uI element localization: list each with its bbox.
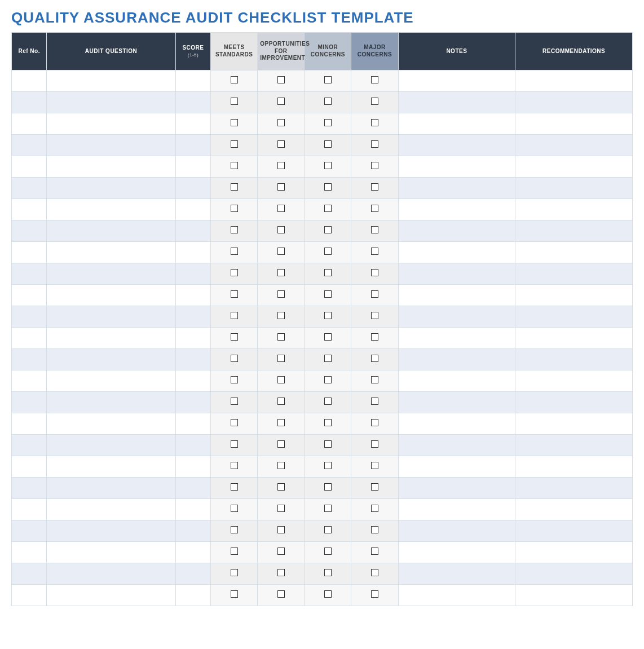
cell-score[interactable] bbox=[175, 306, 210, 327]
checkbox-icon[interactable] bbox=[277, 398, 285, 405]
checkbox-icon[interactable] bbox=[371, 526, 378, 533]
checkbox-icon[interactable] bbox=[231, 183, 238, 191]
cell-question[interactable] bbox=[47, 70, 176, 91]
checkbox-icon[interactable] bbox=[231, 269, 238, 276]
checkbox-icon[interactable] bbox=[324, 119, 332, 126]
cell-score[interactable] bbox=[175, 413, 210, 434]
cell-question[interactable] bbox=[47, 477, 176, 498]
checkbox-icon[interactable] bbox=[277, 440, 285, 448]
cell-score[interactable] bbox=[175, 70, 210, 91]
cell-notes[interactable] bbox=[398, 306, 515, 327]
cell-question[interactable] bbox=[47, 348, 176, 370]
cell-question[interactable] bbox=[47, 91, 176, 113]
cell-ref[interactable] bbox=[12, 156, 47, 177]
cell-notes[interactable] bbox=[398, 134, 515, 156]
checkbox-icon[interactable] bbox=[324, 312, 332, 319]
checkbox-icon[interactable] bbox=[231, 205, 238, 212]
checkbox-icon[interactable] bbox=[277, 290, 285, 298]
cell-ref[interactable] bbox=[12, 584, 47, 606]
checkbox-icon[interactable] bbox=[277, 569, 285, 576]
checkbox-icon[interactable] bbox=[231, 226, 238, 233]
cell-score[interactable] bbox=[175, 241, 210, 263]
cell-ref[interactable] bbox=[12, 413, 47, 434]
checkbox-icon[interactable] bbox=[371, 440, 378, 448]
cell-recommendations[interactable] bbox=[515, 113, 633, 134]
cell-score[interactable] bbox=[175, 391, 210, 413]
checkbox-icon[interactable] bbox=[231, 590, 238, 598]
cell-recommendations[interactable] bbox=[515, 263, 633, 284]
checkbox-icon[interactable] bbox=[277, 333, 285, 341]
cell-recommendations[interactable] bbox=[515, 284, 633, 306]
cell-score[interactable] bbox=[175, 198, 210, 220]
cell-question[interactable] bbox=[47, 584, 176, 606]
cell-recommendations[interactable] bbox=[515, 391, 633, 413]
checkbox-icon[interactable] bbox=[371, 398, 378, 405]
checkbox-icon[interactable] bbox=[324, 269, 332, 276]
cell-score[interactable] bbox=[175, 541, 210, 563]
checkbox-icon[interactable] bbox=[324, 333, 332, 341]
checkbox-icon[interactable] bbox=[371, 119, 378, 126]
checkbox-icon[interactable] bbox=[277, 548, 285, 555]
cell-score[interactable] bbox=[175, 477, 210, 498]
cell-recommendations[interactable] bbox=[515, 348, 633, 370]
checkbox-icon[interactable] bbox=[324, 440, 332, 448]
checkbox-icon[interactable] bbox=[371, 569, 378, 576]
cell-score[interactable] bbox=[175, 563, 210, 584]
cell-question[interactable] bbox=[47, 156, 176, 177]
checkbox-icon[interactable] bbox=[324, 462, 332, 469]
cell-notes[interactable] bbox=[398, 413, 515, 434]
cell-ref[interactable] bbox=[12, 70, 47, 91]
cell-ref[interactable] bbox=[12, 498, 47, 520]
cell-notes[interactable] bbox=[398, 70, 515, 91]
checkbox-icon[interactable] bbox=[277, 140, 285, 148]
checkbox-icon[interactable] bbox=[277, 483, 285, 491]
cell-recommendations[interactable] bbox=[515, 434, 633, 456]
cell-question[interactable] bbox=[47, 284, 176, 306]
checkbox-icon[interactable] bbox=[371, 269, 378, 276]
cell-score[interactable] bbox=[175, 498, 210, 520]
cell-score[interactable] bbox=[175, 370, 210, 391]
checkbox-icon[interactable] bbox=[231, 98, 238, 105]
checkbox-icon[interactable] bbox=[277, 162, 285, 169]
cell-notes[interactable] bbox=[398, 327, 515, 348]
cell-score[interactable] bbox=[175, 91, 210, 113]
cell-notes[interactable] bbox=[398, 370, 515, 391]
checkbox-icon[interactable] bbox=[324, 505, 332, 512]
cell-ref[interactable] bbox=[12, 177, 47, 198]
checkbox-icon[interactable] bbox=[231, 548, 238, 555]
cell-recommendations[interactable] bbox=[515, 70, 633, 91]
cell-recommendations[interactable] bbox=[515, 198, 633, 220]
cell-question[interactable] bbox=[47, 263, 176, 284]
checkbox-icon[interactable] bbox=[371, 376, 378, 383]
cell-ref[interactable] bbox=[12, 263, 47, 284]
cell-notes[interactable] bbox=[398, 498, 515, 520]
checkbox-icon[interactable] bbox=[324, 483, 332, 491]
cell-ref[interactable] bbox=[12, 134, 47, 156]
cell-question[interactable] bbox=[47, 327, 176, 348]
cell-score[interactable] bbox=[175, 113, 210, 134]
checkbox-icon[interactable] bbox=[371, 248, 378, 255]
checkbox-icon[interactable] bbox=[324, 183, 332, 191]
checkbox-icon[interactable] bbox=[371, 76, 378, 83]
cell-recommendations[interactable] bbox=[515, 327, 633, 348]
cell-recommendations[interactable] bbox=[515, 498, 633, 520]
cell-score[interactable] bbox=[175, 177, 210, 198]
cell-question[interactable] bbox=[47, 541, 176, 563]
checkbox-icon[interactable] bbox=[324, 205, 332, 212]
checkbox-icon[interactable] bbox=[371, 548, 378, 555]
cell-question[interactable] bbox=[47, 198, 176, 220]
checkbox-icon[interactable] bbox=[277, 226, 285, 233]
checkbox-icon[interactable] bbox=[231, 290, 238, 298]
checkbox-icon[interactable] bbox=[277, 269, 285, 276]
checkbox-icon[interactable] bbox=[277, 376, 285, 383]
checkbox-icon[interactable] bbox=[277, 205, 285, 212]
cell-ref[interactable] bbox=[12, 456, 47, 477]
cell-recommendations[interactable] bbox=[515, 156, 633, 177]
checkbox-icon[interactable] bbox=[371, 333, 378, 341]
checkbox-icon[interactable] bbox=[324, 355, 332, 362]
checkbox-icon[interactable] bbox=[231, 76, 238, 83]
cell-ref[interactable] bbox=[12, 370, 47, 391]
checkbox-icon[interactable] bbox=[231, 333, 238, 341]
checkbox-icon[interactable] bbox=[371, 205, 378, 212]
checkbox-icon[interactable] bbox=[371, 290, 378, 298]
